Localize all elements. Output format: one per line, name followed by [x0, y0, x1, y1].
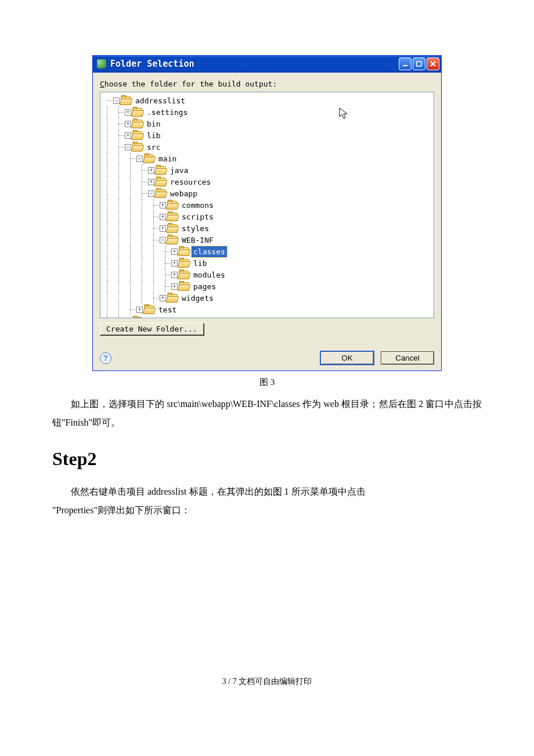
plus-icon[interactable]: +	[171, 272, 178, 278]
tree-node[interactable]: + .settings	[102, 106, 432, 118]
folder-open-icon	[167, 236, 178, 244]
minus-icon[interactable]: −	[113, 98, 120, 104]
app-icon	[96, 59, 107, 69]
plus-icon[interactable]: +	[148, 179, 154, 185]
tree-node[interactable]: + commons	[102, 199, 432, 211]
folder-open-icon	[167, 294, 178, 303]
tree-node[interactable]: + resources	[102, 176, 432, 188]
step2-heading: Step2	[52, 448, 482, 470]
folder-open-icon	[167, 201, 178, 210]
paragraph-1: 如上图，选择项目下的 src\main\webapp\WEB-INF\class…	[52, 395, 482, 432]
prompt-label: Choose the folder for the build output:	[100, 80, 434, 88]
tree-node[interactable]: − src	[102, 141, 432, 153]
minus-icon[interactable]: −	[148, 190, 154, 197]
tree-node[interactable]: + modules	[102, 269, 432, 280]
minus-icon[interactable]: −	[136, 156, 143, 162]
plus-icon[interactable]: +	[160, 202, 166, 208]
page-footer: 3 / 7 文档可自由编辑打印	[0, 676, 534, 687]
paragraph-2: 依然右键单击项目 addresslist 标题，在其弹出的如图 1 所示菜单项中…	[52, 483, 482, 520]
folder-open-icon	[132, 317, 143, 319]
tree-node[interactable]: + pages	[102, 280, 432, 292]
tree-node[interactable]: + lib	[102, 257, 432, 269]
cursor-icon	[338, 107, 349, 120]
tree-node[interactable]: + test	[102, 304, 432, 315]
plus-icon[interactable]: +	[171, 249, 178, 255]
plus-icon[interactable]: +	[125, 132, 131, 139]
folder-open-icon	[167, 213, 178, 221]
tree-node[interactable]: + styles	[102, 222, 432, 234]
tree-node[interactable]: − main	[102, 153, 432, 164]
maximize-button[interactable]	[413, 57, 425, 70]
minimize-icon	[402, 60, 409, 67]
plus-icon[interactable]: +	[160, 225, 166, 232]
plus-icon[interactable]: +	[125, 318, 131, 319]
folder-open-icon	[179, 247, 189, 256]
folder-open-icon	[156, 166, 166, 175]
tree-node[interactable]: + target	[102, 315, 432, 318]
tree-node[interactable]: + bin	[102, 118, 432, 129]
folder-open-icon	[156, 178, 166, 186]
create-new-folder-button[interactable]: Create New Folder...	[100, 323, 204, 335]
folder-open-icon	[121, 96, 131, 105]
tree-node[interactable]: + lib	[102, 129, 432, 141]
tree-node[interactable]: − webapp	[102, 188, 432, 199]
plus-icon[interactable]: +	[148, 167, 154, 174]
folder-tree[interactable]: − addresslist + .settings + bin	[100, 92, 434, 318]
tree-node[interactable]: + java	[102, 164, 432, 176]
folder-open-icon	[167, 224, 178, 233]
close-button[interactable]	[427, 57, 439, 70]
folder-open-icon	[132, 108, 143, 117]
tree-node-root[interactable]: − addresslist	[102, 95, 432, 106]
plus-icon[interactable]: +	[125, 121, 131, 127]
plus-icon[interactable]: +	[160, 214, 166, 220]
folder-open-icon	[144, 305, 154, 314]
folder-open-icon	[156, 189, 166, 198]
dialog-title: Folder Selection	[110, 59, 399, 69]
figure-caption: 图 3	[0, 377, 534, 388]
folder-open-icon	[132, 131, 143, 140]
svg-rect-1	[417, 62, 421, 66]
plus-icon[interactable]: +	[125, 109, 131, 116]
ok-button[interactable]: OK	[320, 351, 374, 365]
help-icon[interactable]: ?	[100, 352, 111, 364]
folder-open-icon	[179, 282, 189, 291]
folder-selection-dialog: Folder Selection Choose the folder for t…	[92, 55, 442, 371]
tree-node[interactable]: + widgets	[102, 292, 432, 304]
folder-open-icon	[179, 271, 189, 279]
folder-open-icon	[132, 120, 143, 128]
tree-node[interactable]: − WEB-INF	[102, 234, 432, 246]
minus-icon[interactable]: −	[125, 144, 131, 150]
plus-icon[interactable]: +	[171, 260, 178, 267]
folder-open-icon	[144, 154, 154, 163]
tree-node-selected[interactable]: + classes	[102, 246, 432, 257]
titlebar[interactable]: Folder Selection	[93, 56, 441, 73]
minus-icon[interactable]: −	[160, 237, 166, 243]
maximize-icon	[416, 60, 423, 67]
folder-open-icon	[132, 143, 143, 152]
tree-node[interactable]: + scripts	[102, 211, 432, 222]
cancel-button[interactable]: Cancel	[381, 351, 434, 365]
folder-open-icon	[179, 259, 189, 268]
plus-icon[interactable]: +	[160, 295, 166, 301]
close-icon	[430, 60, 436, 67]
plus-icon[interactable]: +	[136, 307, 143, 313]
plus-icon[interactable]: +	[171, 283, 178, 290]
minimize-button[interactable]	[399, 57, 412, 70]
